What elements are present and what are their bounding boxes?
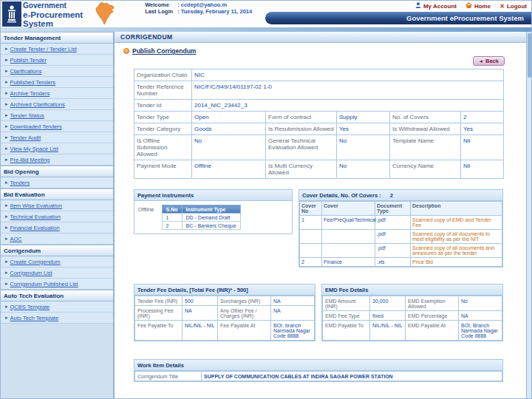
- sidebar-item-item-wise-evaluation[interactable]: ▸Item Wise Evaluation: [1, 200, 113, 211]
- cover-details-box: Cover Details, No. Of Covers : 2 Cover N…: [299, 189, 503, 267]
- sidebar: Tender Management ▸Create Tender / Tende…: [1, 32, 115, 399]
- field-label: EMD Exemption Allowed: [406, 296, 459, 311]
- sidebar-item-create-tender-list[interactable]: ▸Create Tender / Tender List: [1, 44, 113, 55]
- field-value: BOI, Branch Narmada Nagar Code 8888: [459, 321, 502, 341]
- sidebar-item-corrigendum-published-list[interactable]: ▸Corrigendum Published List: [1, 279, 113, 290]
- sidebar-item-technical-evaluation[interactable]: ▸Technical Evaluation: [1, 211, 113, 222]
- emd-fee-header: EMD Fee Details: [322, 284, 502, 296]
- tender-fee-table: Tender Fee (INR) 500 Surcharges (INR) NA…: [134, 296, 315, 341]
- sidebar-section-bid-evaluation[interactable]: Bid Evaluation: [1, 188, 113, 200]
- field-value: Yes: [337, 123, 390, 135]
- arrow-bullet-icon: ▸: [5, 157, 8, 163]
- cover-no: 1: [300, 216, 322, 230]
- sidebar-item-clarifications[interactable]: ▸Clarifications: [1, 66, 113, 77]
- field-value: NIL/NIL - NIL: [370, 321, 406, 341]
- table-row: Is Offline Submission Allowed No General…: [134, 135, 504, 160]
- field-label: Fee Payable At: [218, 321, 271, 341]
- cover-name: Fee/PreQual/Technical: [322, 216, 375, 230]
- field-value: Yes: [461, 123, 504, 135]
- document-description: Scanned copy of all documents and annexu…: [411, 244, 502, 258]
- table-row: Tender Id 2014_NIC_23442_3: [134, 100, 504, 112]
- arrow-bullet-icon: ▸: [5, 101, 8, 107]
- document-description: Price Bid: [411, 258, 502, 267]
- cover-details-table: Cover No Cover Document Type Description…: [299, 201, 502, 267]
- publish-corrigendum-icon: [123, 48, 129, 54]
- sidebar-item-create-corrigendum[interactable]: ▸Create Corrigendum: [1, 256, 113, 267]
- table-row: 1 Fee/PreQual/Technical .pdf Scanned cop…: [300, 216, 502, 230]
- publish-corrigendum-header: Publish Corrigendum: [123, 47, 524, 55]
- sidebar-item-qcbs-template[interactable]: ▸QCBS Template: [1, 301, 113, 313]
- sidebar-item-label: AOC: [10, 236, 22, 242]
- tender-fee-box: Tender Fee Details, [Total Fee (INR)* - …: [134, 284, 316, 341]
- sidebar-item-auto-tech-template[interactable]: ▸Auto Tech Template: [1, 313, 113, 324]
- table-row: Tender Fee (INR) 500 Surcharges (INR) NA: [135, 296, 315, 306]
- column-header-cover: Cover: [322, 202, 375, 216]
- welcome-block: Welcome : ccdept@yahoo.in Last Login : T…: [145, 1, 252, 15]
- sidebar-item-tender-status[interactable]: ▸Tender Status: [1, 110, 113, 121]
- payment-instruments-header: Payment Instruments: [134, 190, 292, 201]
- field-label: Is Multi Currency Allowed: [266, 160, 337, 179]
- home-icon: [466, 2, 472, 10]
- logout-icon: ✕: [499, 3, 505, 10]
- sidebar-item-label: Archive Tenders: [10, 90, 50, 97]
- field-label: Is Withdrawal Allowed: [390, 123, 461, 135]
- field-value: No: [192, 135, 266, 160]
- sidebar-section-tender-management[interactable]: Tender Management: [1, 32, 113, 44]
- cover-name: [322, 244, 375, 258]
- instrument-type: BC - Bankers Cheque: [182, 222, 240, 230]
- sidebar-item-published-tenders[interactable]: ▸Published Tenders: [1, 77, 113, 88]
- field-value: No: [337, 160, 390, 179]
- vertical-scrollbar[interactable]: [526, 32, 531, 398]
- column-header-sno: S.No: [162, 205, 182, 214]
- field-label: EMD Percentage: [406, 311, 459, 321]
- logout-label: Logout: [507, 3, 527, 10]
- sidebar-section-bid-opening[interactable]: Bid Opening: [1, 166, 113, 177]
- sidebar-item-tenders[interactable]: ▸Tenders: [1, 177, 113, 188]
- table-row: Processing Fee (INR) NA Any Other Fee / …: [135, 306, 315, 321]
- logo-line: System: [23, 19, 83, 28]
- field-label: Tender Type: [134, 112, 192, 123]
- sidebar-item-pre-bid-meeting[interactable]: ▸Pre-Bid Meeting: [1, 154, 113, 166]
- last-login-value: : Tuesday, February 11, 2014: [177, 9, 252, 16]
- back-arrow-icon: ◄: [479, 58, 483, 64]
- logout-link[interactable]: ✕ Logout: [499, 3, 527, 10]
- field-label: Organization Chain: [134, 69, 192, 81]
- scrollbar-thumb[interactable]: [528, 33, 531, 78]
- arrow-bullet-icon: ▸: [5, 57, 8, 63]
- field-label: Template Name: [390, 135, 461, 160]
- cover-no: 2: [300, 258, 322, 267]
- cover-name: [322, 230, 375, 244]
- home-link[interactable]: Home: [466, 2, 491, 10]
- sidebar-item-view-my-space-list[interactable]: ▸View My Space List: [1, 143, 113, 154]
- payment-cover-row: Payment Instruments Offline S.No Instrum…: [134, 189, 503, 267]
- sidebar-item-aoc[interactable]: ▸AOC: [1, 233, 113, 245]
- sidebar-item-financial-evaluation[interactable]: ▸Financial Evaluation: [1, 222, 113, 233]
- banner: Government eProcurement System: [265, 12, 531, 24]
- india-map-icon: [95, 1, 115, 28]
- table-row: EMD Fee Type fixed EMD Percentage NA: [323, 311, 502, 321]
- sidebar-item-label: Clarifications: [10, 68, 42, 75]
- field-label: Tender Id: [134, 100, 192, 112]
- field-value: Open: [192, 112, 266, 123]
- payment-instruments-box: Payment Instruments Offline S.No Instrum…: [134, 189, 293, 234]
- sidebar-section-auto-tech-evaluation[interactable]: Auto Tech Evaluation: [1, 290, 113, 301]
- sidebar-item-label: Archived Clarifications: [10, 101, 65, 108]
- table-row: .pdf Scanned copy of all documents to me…: [300, 230, 502, 244]
- field-value: BOI, branch Narmada Nagar Code 8888: [271, 321, 315, 341]
- arrow-bullet-icon: ▸: [5, 123, 8, 129]
- sidebar-item-publish-tender[interactable]: ▸Publish Tender: [1, 55, 113, 66]
- sidebar-item-tender-audit[interactable]: ▸Tender Audit: [1, 132, 113, 143]
- instrument-type: DD - Demand Draft: [182, 214, 240, 222]
- field-label: Is Offline Submission Allowed: [134, 135, 192, 160]
- my-account-link[interactable]: My Account: [415, 2, 457, 10]
- sidebar-item-corrigendum-list[interactable]: ▸Corrigendum List: [1, 267, 113, 279]
- sidebar-item-label: Pre-Bid Meeting: [10, 157, 50, 163]
- sidebar-item-downloaded-tenders[interactable]: ▸Downloaded Tenders: [1, 121, 113, 132]
- field-value: SUPPLY OF COMMUNICATION CABLES AT INDIRA…: [202, 372, 502, 381]
- sidebar-item-archived-clarifications[interactable]: ▸Archived Clarifications: [1, 99, 113, 110]
- field-label: Fee Payable To: [135, 321, 183, 341]
- back-button[interactable]: ◄ Back: [473, 56, 505, 66]
- field-value: 500: [183, 296, 218, 306]
- sidebar-item-archive-tenders[interactable]: ▸Archive Tenders: [1, 88, 113, 99]
- sidebar-section-corrigendum[interactable]: Corrigendum: [1, 245, 113, 256]
